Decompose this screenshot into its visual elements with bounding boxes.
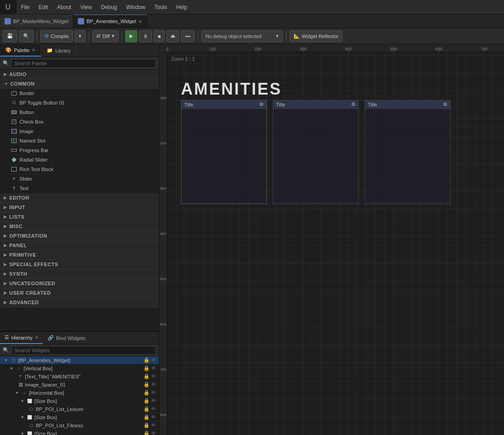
tab-amenities-widget[interactable]: BP_Amenities_Widget ✕ xyxy=(73,14,147,28)
hierarchy-item-poi_leisure[interactable]: ⬡ BP_POI_List_Leisure 🔒 👁 xyxy=(0,405,159,413)
widget-panel-2[interactable]: Title ⚙ xyxy=(273,100,359,204)
more-compile-button[interactable]: ▾ xyxy=(75,30,86,42)
palette-item-text[interactable]: TText xyxy=(0,184,159,193)
tab-bind-widgets[interactable]: 🔗 Bind Widgets xyxy=(43,332,90,344)
stop-button[interactable]: ■ xyxy=(154,30,165,42)
menu-tools[interactable]: Tools xyxy=(150,0,171,14)
menu-file[interactable]: File xyxy=(16,0,34,14)
tab-palette[interactable]: 🎨 Palette ✕ xyxy=(0,44,41,57)
eject-button[interactable]: ⏏ xyxy=(166,30,179,42)
hierarchy-tab-close[interactable]: ✕ xyxy=(35,335,38,340)
h-eye-size3[interactable]: 👁 xyxy=(151,430,156,435)
widget-panel-3[interactable]: Title ⚙ xyxy=(365,100,451,204)
palette-item-bp-toggle-button-01[interactable]: ☑BP Toggle Button 01 xyxy=(0,98,159,108)
palette-search-input[interactable] xyxy=(11,59,156,68)
canvas-main[interactable]: 100200300400500600700800900 Zoom 1 : 1 A… xyxy=(159,53,504,435)
pause-button[interactable]: ⏸ xyxy=(139,30,152,42)
category-primitive[interactable]: ▶PRIMITIVE xyxy=(0,250,159,260)
h-eye-hbox[interactable]: 👁 xyxy=(151,390,156,396)
h-lock-size3[interactable]: 🔒 xyxy=(143,430,150,435)
hierarchy-search-input[interactable] xyxy=(11,346,156,355)
category-specialEffects[interactable]: ▶SPECIAL EFFECTS xyxy=(0,260,159,269)
h-chevron-vbox: ▼ xyxy=(10,366,14,371)
category-userCreated[interactable]: ▶USER CREATED xyxy=(0,288,159,298)
h-eye-spacer[interactable]: 👁 xyxy=(151,382,156,387)
h-name-poi_fitness: BP_POI_List_Fitness xyxy=(36,423,142,428)
menu-help[interactable]: Help xyxy=(171,0,192,14)
save-button[interactable]: 💾 xyxy=(3,30,17,42)
hierarchy-item-title[interactable]: T [Text_Title] "AMENITIES" 🔒 👁 xyxy=(0,373,159,381)
palette-item-progress-bar[interactable]: Progress Bar xyxy=(0,146,159,155)
hierarchy-item-spacer[interactable]: 🖼 Image_Spacer_01 🔒 👁 xyxy=(0,381,159,389)
h-eye-poi_leisure[interactable]: 👁 xyxy=(151,406,156,412)
tab-library[interactable]: 📁 Library xyxy=(41,44,76,57)
hierarchy-item-size1[interactable]: ▼ ⬜ [Size Box] 🔒 👁 xyxy=(0,397,159,405)
category-misc[interactable]: ▶MISC xyxy=(0,222,159,231)
palette-item-border[interactable]: Border xyxy=(0,89,159,98)
widget-panel-1[interactable]: Title ⚙ xyxy=(181,100,267,204)
hierarchy-item-size3[interactable]: ▼ ⬜ [Size Box] 🔒 👁 xyxy=(0,430,159,435)
category-uncategorized[interactable]: ▶UNCATEGORIZED xyxy=(0,279,159,288)
hierarchy-item-size2[interactable]: ▼ ⬜ [Size Box] 🔒 👁 xyxy=(0,413,159,421)
hierarchy-item-root[interactable]: ▼ ⬡ [BP_Amenities_Widget] 🔒 👁 xyxy=(0,356,159,364)
widget-menu-icon-2[interactable]: ⚙ xyxy=(351,101,356,107)
palette-item-rich-text-block[interactable]: Rich Text Block xyxy=(0,165,159,174)
category-editor[interactable]: ▶EDITOR xyxy=(0,193,159,203)
tab-hierarchy[interactable]: ☰ Hierarchy ✕ xyxy=(0,332,43,344)
h-lock-hbox[interactable]: 🔒 xyxy=(143,390,150,396)
widget-menu-icon-3[interactable]: ⚙ xyxy=(443,101,447,107)
play-button[interactable]: ▶ xyxy=(125,30,137,42)
category-input[interactable]: ▶INPUT xyxy=(0,203,159,212)
menu-edit[interactable]: Edit xyxy=(34,0,52,14)
h-lock-title[interactable]: 🔒 xyxy=(143,373,150,379)
h-eye-vbox[interactable]: 👁 xyxy=(151,365,156,371)
category-common[interactable]: ▼COMMON xyxy=(0,79,159,89)
widget-title-bar-3: Title ⚙ xyxy=(365,100,450,109)
category-synth[interactable]: ▶SYNTH xyxy=(0,269,159,279)
menu-about[interactable]: About xyxy=(52,0,76,14)
menu-view[interactable]: View xyxy=(76,0,96,14)
category-optimization[interactable]: ▶OPTIMIZATION xyxy=(0,231,159,241)
palette-item-check-box[interactable]: Check Box xyxy=(0,117,159,127)
h-eye-root[interactable]: 👁 xyxy=(151,357,156,363)
find-button[interactable]: 🔍 xyxy=(19,30,33,42)
palette-item-named-slot[interactable]: NNamed Slot xyxy=(0,136,159,146)
h-lock-spacer[interactable]: 🔒 xyxy=(143,382,150,387)
category-panel[interactable]: ▶PANEL xyxy=(0,241,159,250)
widget-title-bar-2: Title ⚙ xyxy=(273,100,358,109)
palette-tab-close[interactable]: ✕ xyxy=(32,48,35,53)
h-lock-poi_leisure[interactable]: 🔒 xyxy=(143,406,150,412)
palette-item-image[interactable]: Image xyxy=(0,127,159,136)
h-lock-poi_fitness[interactable]: 🔒 xyxy=(143,422,150,428)
tab-master-menu-widget[interactable]: BP_MasterMenu_Widget xyxy=(0,14,73,28)
widget-menu-icon-1[interactable]: ⚙ xyxy=(259,101,264,107)
h-eye-size1[interactable]: 👁 xyxy=(151,398,156,404)
h-eye-title[interactable]: 👁 xyxy=(151,373,156,379)
debug-object-dropdown[interactable]: No debug object selected ▾ xyxy=(201,30,283,42)
h-eye-size2[interactable]: 👁 xyxy=(151,414,156,420)
more-play-button[interactable]: ••• xyxy=(181,30,195,42)
palette-item-slider[interactable]: +Slider xyxy=(0,174,159,184)
h-lock-size2[interactable]: 🔒 xyxy=(143,414,150,420)
hierarchy-item-hbox[interactable]: ▼ ↔ [Horizontal Box] 🔒 👁 xyxy=(0,389,159,397)
item-label: Named Slot xyxy=(19,138,45,143)
category-lists[interactable]: ▶LISTS xyxy=(0,212,159,222)
palette-item-button[interactable]: Button xyxy=(0,108,159,117)
category-advanced[interactable]: ▶ADVANCED xyxy=(0,298,159,307)
compile-button[interactable]: ⚙ Compile xyxy=(40,30,73,42)
diff-button[interactable]: ⇄ Diff ▾ xyxy=(92,30,118,42)
hierarchy-item-poi_fitness[interactable]: ⬡ BP_POI_List_Fitness 🔒 👁 xyxy=(0,421,159,430)
menu-debug[interactable]: Debug xyxy=(96,0,121,14)
h-eye-poi_fitness[interactable]: 👁 xyxy=(151,422,156,428)
hierarchy-item-vbox[interactable]: ▼ ↕ [Vertical Box] 🔒 👁 xyxy=(0,364,159,373)
widget-reflector-button[interactable]: 📐 Widget Reflector xyxy=(290,30,342,42)
canvas-content[interactable]: Zoom 1 : 1 AMENITIES Title ⚙ Title ⚙ xyxy=(167,53,504,435)
chevron-userCreated: ▶ xyxy=(4,291,7,295)
palette-item-radial-slider[interactable]: Radial Slider xyxy=(0,155,159,165)
h-lock-vbox[interactable]: 🔒 xyxy=(143,365,150,371)
h-lock-size1[interactable]: 🔒 xyxy=(143,398,150,404)
tab-close-amenities[interactable]: ✕ xyxy=(138,19,142,24)
category-audio[interactable]: ▶AUDIO xyxy=(0,70,159,79)
h-lock-root[interactable]: 🔒 xyxy=(143,357,150,363)
menu-window[interactable]: Window xyxy=(122,0,150,14)
